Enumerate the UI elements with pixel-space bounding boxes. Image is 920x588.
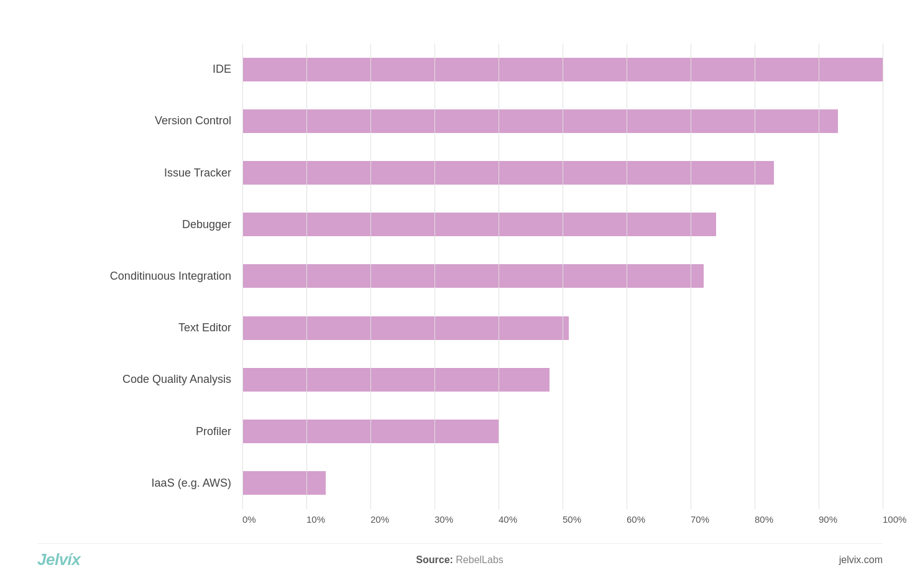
bar-track: [242, 302, 883, 354]
bar-row: Version Control: [37, 95, 883, 147]
x-tick: 50%: [563, 514, 627, 525]
bar-row: Code Quality Analysis: [37, 354, 883, 405]
bar-track: [242, 199, 883, 250]
bar-track: [242, 354, 883, 405]
x-tick: 60%: [627, 514, 691, 525]
bar-fill: [242, 213, 716, 236]
x-tick: 30%: [435, 514, 499, 525]
footer-url: jelvix.com: [839, 554, 883, 566]
bar-track: [242, 250, 883, 302]
bar-track: [242, 147, 883, 198]
bar-fill: [242, 316, 569, 340]
bar-row: IDE: [37, 44, 883, 95]
bar-label: Issue Tracker: [37, 167, 242, 180]
bar-label: IaaS (e.g. AWS): [37, 477, 242, 490]
chart-area: IDEVersion ControlIssue TrackerDebuggerC…: [37, 44, 883, 537]
bar-row: IaaS (e.g. AWS): [37, 457, 883, 509]
bar-row: Text Editor: [37, 302, 883, 354]
x-tick: 70%: [691, 514, 755, 525]
bar-track: [242, 44, 883, 95]
x-tick: 0%: [242, 514, 306, 525]
bar-track: [242, 406, 883, 457]
bar-label: Version Control: [37, 114, 242, 127]
x-tick: 90%: [819, 514, 883, 525]
bar-row: Debugger: [37, 199, 883, 250]
bars-container: IDEVersion ControlIssue TrackerDebuggerC…: [37, 44, 883, 509]
bar-track: [242, 457, 883, 509]
bar-label: Profiler: [37, 425, 242, 438]
bar-track: [242, 95, 883, 147]
bar-row: Issue Tracker: [37, 147, 883, 198]
bar-row: Profiler: [37, 406, 883, 457]
grid-line: [883, 44, 883, 509]
bar-fill: [242, 109, 838, 133]
bar-fill: [242, 264, 704, 288]
x-tick: 80%: [755, 514, 819, 525]
x-tick: 10%: [306, 514, 370, 525]
footer-logo: Jelvíx: [37, 550, 80, 569]
bar-fill: [242, 420, 499, 443]
bar-label: Code Quality Analysis: [37, 373, 242, 386]
bar-row: Conditinuous Integration: [37, 250, 883, 302]
x-tick: 20%: [370, 514, 435, 525]
bar-fill: [242, 368, 550, 392]
footer-source: Source: RebelLabs: [416, 554, 504, 566]
bar-fill: [242, 471, 326, 495]
bar-label: Debugger: [37, 218, 242, 231]
x-tick: 40%: [499, 514, 563, 525]
x-axis: 0%10%20%30%40%50%60%70%80%90%100%: [242, 514, 883, 525]
bar-label: Text Editor: [37, 321, 242, 334]
footer: Jelvíx Source: RebelLabs jelvix.com: [37, 543, 883, 569]
bar-label: Conditinuous Integration: [37, 270, 242, 283]
grid-and-bars: IDEVersion ControlIssue TrackerDebuggerC…: [37, 44, 883, 509]
bar-fill: [242, 58, 883, 81]
bar-label: IDE: [37, 63, 242, 76]
bar-fill: [242, 161, 774, 185]
